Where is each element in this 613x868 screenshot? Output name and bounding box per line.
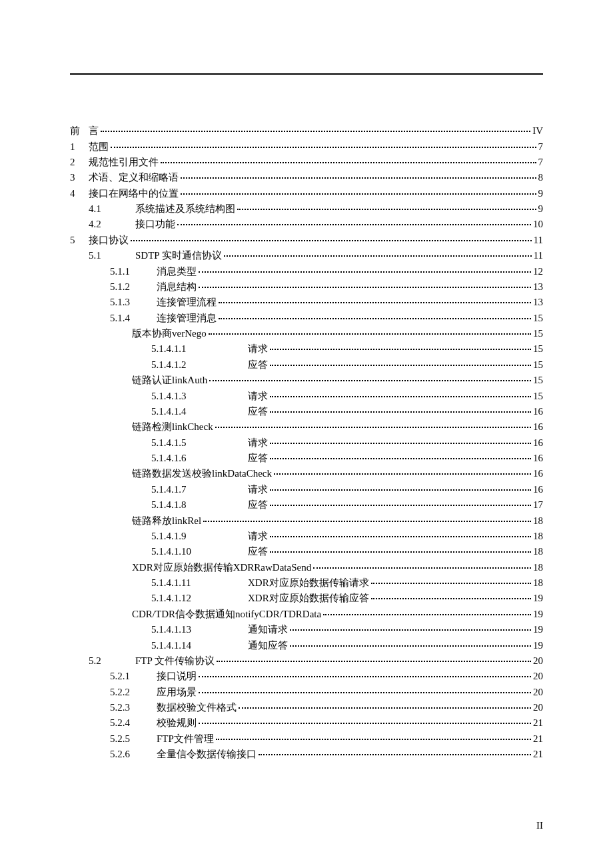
toc-entry-page: 18 <box>533 516 543 526</box>
toc-entry-number: 5.2.3 <box>110 703 157 713</box>
toc-entry[interactable]: 5.1SDTP 实时通信协议11 <box>70 248 543 263</box>
toc-entry-number: 5.1.4.1.1 <box>151 344 248 354</box>
toc-entry-title: 请求 <box>248 531 268 541</box>
toc-entry-title: 链路数据发送校验linkDataCheck <box>132 469 272 479</box>
dot-leader <box>199 692 531 693</box>
toc-entry[interactable]: 5.1.4.1.8应答17 <box>70 497 543 513</box>
toc-entry[interactable]: 5.1.2消息结构13 <box>70 279 543 295</box>
toc-entry-number: 5.1.4.1.6 <box>151 453 248 463</box>
toc-entry[interactable]: XDR对应原始数据传输XDRRawDataSend18 <box>70 560 543 575</box>
toc-entry-number: 4.2 <box>89 219 135 229</box>
toc-entry[interactable]: 5.1.4.1.3请求15 <box>70 388 543 403</box>
toc-entry[interactable]: 5.1.1消息类型12 <box>70 263 543 279</box>
dot-leader <box>313 567 531 569</box>
dot-leader <box>290 645 531 647</box>
toc-entry[interactable]: 5.1.4.1.2应答15 <box>70 357 543 373</box>
toc-entry[interactable]: 3术语、定义和缩略语8 <box>70 170 543 185</box>
toc-entry[interactable]: 5.2.1接口说明20 <box>70 669 543 684</box>
dot-leader <box>270 536 531 537</box>
toc-entry[interactable]: 5.1.4.1.1请求15 <box>70 341 543 357</box>
toc-entry-page: 18 <box>533 547 543 557</box>
toc-entry-number: 5.1 <box>89 251 135 261</box>
toc-entry-page: 16 <box>533 407 543 417</box>
toc-entry[interactable]: 2规范性引用文件7 <box>70 155 543 170</box>
toc-entry[interactable]: 5.1.4.1.9请求18 <box>70 529 543 544</box>
toc-entry-title: 校验规则 <box>157 718 197 728</box>
dot-leader <box>274 473 531 475</box>
toc-entry[interactable]: 5.2.4校验规则21 <box>70 715 543 731</box>
toc-entry[interactable]: 5.1.4.1.14通知应答19 <box>70 637 543 653</box>
toc-entry-number: 5.2.4 <box>110 718 157 728</box>
toc-entry[interactable]: 5.2FTP 文件传输协议20 <box>70 653 543 669</box>
dot-leader <box>219 318 531 319</box>
toc-entry[interactable]: 5.1.4.1.7请求16 <box>70 482 543 497</box>
toc-entry-page: 19 <box>533 625 543 635</box>
toc-entry-number: 5.1.4.1.2 <box>151 360 248 370</box>
toc-entry-page: 10 <box>533 219 543 229</box>
toc-entry-number: 5.1.4.1.10 <box>151 547 248 557</box>
toc-entry[interactable]: 5.1.4.1.11XDR对应原始数据传输请求18 <box>70 575 543 591</box>
toc-entry[interactable]: 5.1.3连接管理流程13 <box>70 295 543 310</box>
toc-entry-page: 16 <box>533 453 543 463</box>
toc-entry-number: 5.2.6 <box>110 749 157 759</box>
toc-entry-page: 16 <box>533 469 543 479</box>
toc-entry[interactable]: 5.2.3数据校验文件格式20 <box>70 700 543 715</box>
dot-leader <box>270 396 531 397</box>
toc-entry-title: 链路认证linkAuth <box>132 375 207 385</box>
toc-entry[interactable]: 链路数据发送校验linkDataCheck16 <box>70 466 543 481</box>
toc-entry-number: 2 <box>70 157 89 167</box>
dot-leader <box>270 411 531 413</box>
dot-leader <box>270 365 531 366</box>
toc-entry-number: 5.1.4.1.13 <box>151 625 248 635</box>
toc-entry[interactable]: 5.1.4.1.6应答16 <box>70 451 543 466</box>
toc-entry[interactable]: 版本协商verNego15 <box>70 326 543 341</box>
dot-leader <box>323 614 531 615</box>
toc-entry-title: XDR对应原始数据传输应答 <box>248 593 369 603</box>
toc-entry[interactable]: 5.1.4.1.13通知请求19 <box>70 622 543 637</box>
dot-leader <box>199 271 531 273</box>
toc-entry[interactable]: 5.2.6全量信令数据传输接口21 <box>70 747 543 762</box>
toc-entry-page: 21 <box>533 734 543 744</box>
toc-entry[interactable]: CDR/TDR信令数据通知notifyCDR/TDRData19 <box>70 607 543 622</box>
toc-entry-page: 7 <box>538 157 544 167</box>
toc-entry-page: 12 <box>533 267 543 277</box>
toc-entry[interactable]: 4.2接口功能10 <box>70 217 543 232</box>
toc-entry[interactable]: 链路释放linkRel18 <box>70 513 543 528</box>
toc-entry-title: 应答 <box>248 407 268 417</box>
dot-leader <box>270 443 531 444</box>
dot-leader <box>237 209 536 210</box>
toc-entry[interactable]: 4.1系统描述及系统结构图9 <box>70 201 543 217</box>
toc-entry[interactable]: 5接口协议11 <box>70 233 543 248</box>
toc-entry[interactable]: 5.2.2应用场景20 <box>70 685 543 700</box>
toc-entry[interactable]: 1范围7 <box>70 139 543 154</box>
dot-leader <box>270 349 531 350</box>
table-of-contents: 前言IV1范围72规范性引用文件73术语、定义和缩略语84接口在网络中的位置94… <box>70 123 543 762</box>
toc-entry-page: 20 <box>533 703 543 713</box>
toc-entry[interactable]: 5.1.4.1.5请求16 <box>70 435 543 451</box>
toc-entry-page: IV <box>532 126 543 136</box>
toc-entry[interactable]: 链路检测linkCheck16 <box>70 419 543 435</box>
toc-entry[interactable]: 5.1.4.1.4应答16 <box>70 404 543 419</box>
toc-entry-page: 16 <box>533 422 543 432</box>
dot-leader <box>219 302 531 303</box>
toc-entry-page: 15 <box>533 313 543 323</box>
toc-entry-number: 5.1.4.1.11 <box>151 578 248 588</box>
toc-entry[interactable]: 前言IV <box>70 123 543 139</box>
toc-entry-title: 应答 <box>248 547 268 557</box>
page-number: II <box>536 820 543 831</box>
toc-entry-title: 数据校验文件格式 <box>157 703 237 713</box>
toc-entry[interactable]: 4接口在网络中的位置9 <box>70 186 543 201</box>
toc-entry-page: 17 <box>533 500 543 510</box>
toc-entry-title: 链路释放linkRel <box>132 516 201 526</box>
toc-entry[interactable]: 5.1.4.1.10应答18 <box>70 544 543 559</box>
toc-entry[interactable]: 链路认证linkAuth15 <box>70 373 543 388</box>
toc-entry[interactable]: 5.1.4连接管理消息15 <box>70 311 543 326</box>
toc-entry-title: 应用场景 <box>157 687 197 697</box>
toc-entry-number: 3 <box>70 173 89 183</box>
toc-entry[interactable]: 5.1.4.1.12XDR对应原始数据传输应答19 <box>70 591 543 606</box>
toc-entry-page: 18 <box>533 531 543 541</box>
toc-entry-page: 13 <box>533 297 543 307</box>
dot-leader <box>371 598 531 599</box>
toc-entry-title: 应答 <box>248 360 268 370</box>
toc-entry[interactable]: 5.2.5FTP文件管理21 <box>70 731 543 747</box>
